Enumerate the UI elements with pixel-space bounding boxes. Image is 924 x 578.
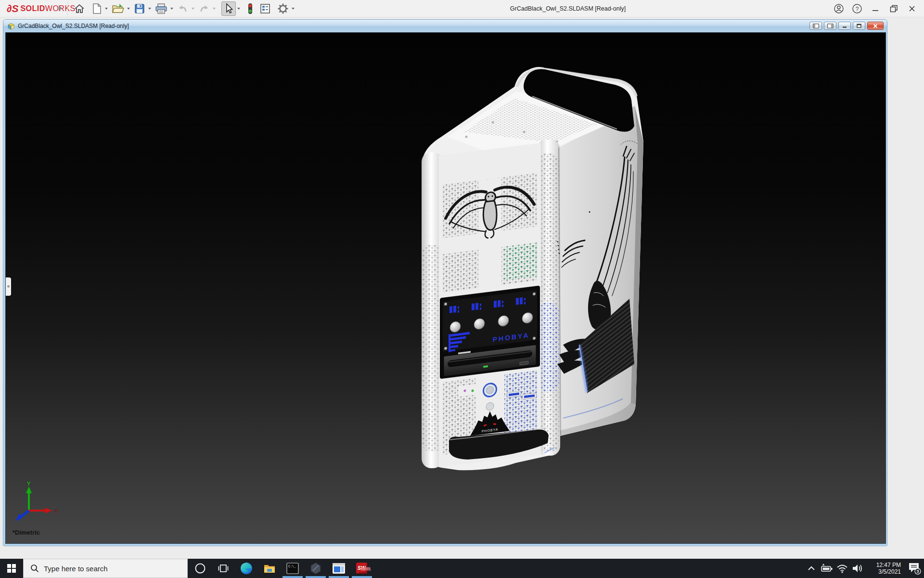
doc-close-button[interactable] [867,22,884,30]
pane-left-button[interactable] [809,22,822,30]
print-icon [155,3,167,14]
account-icon [834,3,844,14]
open-dropdown[interactable] [127,8,130,10]
options-dropdown[interactable] [292,8,295,10]
minimize-icon [872,5,879,12]
undo-button[interactable] [176,1,190,16]
assembly-file-icon [7,22,15,30]
running-indicator [282,576,303,578]
feature-manager-collapsed-tab[interactable] [6,277,11,296]
clock-date: 3/5/2021 [869,568,901,575]
volume-button[interactable] [850,559,865,578]
help-button[interactable]: ? [848,0,866,17]
file-explorer-icon [263,562,276,575]
doc-minimize-button[interactable] [838,22,851,30]
command-prompt-icon: C:\_ [286,563,299,574]
task-pane-button[interactable] [258,1,272,16]
hexagon-app-button[interactable] [304,559,327,578]
pane-right-icon [827,24,834,28]
front-panel: PHOBYA [439,143,541,468]
undo-icon [177,3,189,14]
doc-close-icon [873,24,878,28]
home-icon [74,3,85,14]
print-button[interactable] [154,1,169,16]
redo-dropdown[interactable] [213,8,216,10]
select-tool-dropdown[interactable] [237,8,240,10]
doc-restore-button[interactable] [853,22,865,30]
new-document-dropdown[interactable] [105,8,108,10]
task-pane-icon [259,3,271,14]
taskbar-search[interactable] [23,559,188,578]
new-document-icon [91,3,102,14]
select-tool-button[interactable] [221,1,236,16]
redo-button[interactable] [197,1,211,16]
app-titlebar: ∂S SOLID WORKS [0,0,924,17]
doc-restore-icon [856,24,862,28]
tab-handle-dot [7,285,10,288]
undo-dropdown[interactable] [192,8,194,10]
new-document-button[interactable] [90,1,103,16]
open-button[interactable] [110,1,126,16]
battery-button[interactable] [819,559,834,578]
start-button[interactable] [0,559,23,578]
save-dropdown[interactable] [148,8,151,10]
hidden-icons-button[interactable] [804,559,819,578]
running-indicator [352,576,372,578]
edge-button[interactable] [235,559,258,578]
restore-button[interactable] [885,0,903,17]
task-view-icon [218,563,229,574]
home-button[interactable] [72,1,87,16]
cortana-button[interactable] [189,559,212,578]
status-lights-icon [247,3,253,14]
triad-y-label: Y [27,481,31,486]
menu-expand-chevron-icon[interactable] [59,5,62,11]
options-button[interactable] [276,1,290,16]
running-indicator [329,576,349,578]
app-window-controls: ? [830,0,921,17]
sw-version-label: 2021 [361,566,371,571]
triad-x-label: X [54,508,58,514]
system-tray: 12:47 PM 3/5/2021 3 [804,559,924,578]
solidworks-logo: ∂S SOLID WORKS [7,2,76,15]
solidworks-taskbar-button[interactable]: SW 2021 [350,559,373,578]
print-dropdown[interactable] [170,8,173,10]
chevron-up-icon [807,564,816,573]
search-input[interactable] [44,565,179,573]
document-window-controls [809,22,884,30]
document-title: GrCadBlack_Owl_S2.SLDASM [Read-only] [18,23,129,29]
view-orientation-label: *Dimetric [13,529,40,536]
restore-icon [890,5,898,13]
command-prompt-button[interactable]: C:\_ [281,559,304,578]
wifi-button[interactable] [834,559,850,578]
file-explorer-button[interactable] [258,559,281,578]
options-gear-icon [277,3,289,14]
close-button[interactable] [903,0,921,17]
help-icon: ? [852,3,862,14]
document-titlebar[interactable]: GrCadBlack_Owl_S2.SLDASM [Read-only] [3,20,887,32]
save-button[interactable] [132,1,147,16]
action-center-button[interactable]: 3 [905,559,924,578]
edge-icon [240,562,253,575]
speaker-icon [851,563,864,574]
pc-case-model: PHOBYA [6,33,886,544]
blue-window-app-icon [332,563,346,574]
minimize-button[interactable] [866,0,885,17]
taskbar-clock[interactable]: 12:47 PM 3/5/2021 [869,562,901,575]
task-view-button[interactable] [212,559,235,578]
svg-text:?: ? [856,6,859,13]
green-lit-mesh [504,243,537,281]
graphics-viewport[interactable]: PHOBYA [5,32,886,544]
orientation-triad: Y X [11,481,59,526]
pane-right-button[interactable] [824,22,836,30]
hexagon-app-icon [309,562,322,575]
open-icon [112,3,124,14]
notification-count-badge: 3 [916,569,919,574]
blue-window-app-button[interactable] [327,559,350,578]
close-icon [909,5,915,12]
status-lights-button[interactable] [246,1,255,16]
document-window: GrCadBlack_Owl_S2.SLDASM [Read-only] [3,19,887,546]
app-window-title: GrCadBlack_Owl_S2.SLDASM [Read-only] [433,0,703,17]
redo-icon [198,3,210,14]
account-button[interactable] [830,0,848,17]
wifi-icon [836,563,848,574]
